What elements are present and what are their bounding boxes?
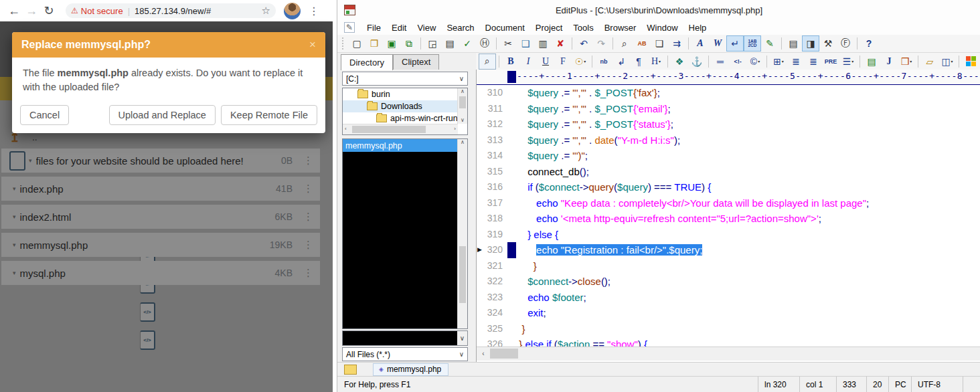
- line-break-icon[interactable]: ↲: [612, 54, 630, 70]
- heading-icon[interactable]: H▾: [647, 54, 665, 70]
- document-tab[interactable]: ◈ memmysql.php: [373, 363, 448, 376]
- copy-icon[interactable]: ❑: [517, 35, 534, 52]
- copy-block-icon[interactable]: ❏: [651, 35, 668, 52]
- pre-icon[interactable]: PRE: [822, 54, 839, 70]
- font-a-icon[interactable]: A: [691, 35, 709, 52]
- browser-preview-icon[interactable]: ⌕: [479, 54, 496, 70]
- code-line-315[interactable]: 315connect_db();: [477, 164, 980, 180]
- find-icon[interactable]: ⌕: [616, 35, 633, 52]
- close-icon[interactable]: ×: [309, 38, 316, 52]
- address-bar[interactable]: ⚠ Not secure | 185.27.134.9/new/# ☆: [66, 3, 276, 18]
- special-char-icon[interactable]: ©▾: [746, 54, 764, 70]
- save-all-icon[interactable]: ⧉: [400, 35, 418, 52]
- code-line-321[interactable]: 321}: [477, 258, 980, 274]
- chevron-down-icon[interactable]: ∨: [456, 75, 467, 82]
- anchor-icon[interactable]: ⚓: [688, 54, 706, 70]
- bold-icon[interactable]: B: [502, 54, 519, 70]
- cut-icon[interactable]: ✂: [499, 35, 517, 52]
- undo-icon[interactable]: ↶: [575, 35, 592, 52]
- editor-horizontal-scrollbar[interactable]: ‹: [477, 347, 980, 361]
- context-help-icon[interactable]: ?: [860, 35, 878, 52]
- save-icon[interactable]: ▣: [383, 35, 400, 52]
- selected-file-item[interactable]: memmysql.php: [343, 139, 458, 152]
- reload-icon[interactable]: ↻: [40, 3, 58, 18]
- chevron-down-icon[interactable]: ∨: [457, 331, 467, 345]
- print-preview-icon[interactable]: ◲: [424, 35, 441, 52]
- list-icon[interactable]: ☰▾: [839, 54, 857, 70]
- tab-cliptext[interactable]: Cliptext: [393, 54, 439, 70]
- tree-item-downloads[interactable]: Downloads: [343, 100, 467, 112]
- word-wrap-icon[interactable]: ↵: [726, 35, 744, 52]
- code-line-316[interactable]: 316if ($connect->query($query) === TRUE)…: [477, 179, 980, 195]
- print-icon[interactable]: ▤: [441, 35, 459, 52]
- document-list-icon[interactable]: ▤: [785, 35, 802, 52]
- tree-item-burin[interactable]: burin: [343, 88, 467, 100]
- table-icon[interactable]: ⊞▾: [770, 54, 787, 70]
- code-line-311[interactable]: 311$query .= "','" . $_POST{'email'};: [477, 101, 980, 117]
- nbsp-icon[interactable]: nb: [595, 54, 612, 70]
- folder-open-icon[interactable]: ▱: [921, 54, 938, 70]
- drive-select[interactable]: [C:] ∨: [342, 72, 468, 86]
- code-line-326[interactable]: 326} else if ($action == "show") {: [477, 336, 980, 347]
- profile-avatar[interactable]: [284, 3, 301, 19]
- not-secure-warning-icon[interactable]: ⚠: [71, 6, 78, 15]
- java-icon[interactable]: J: [880, 54, 898, 70]
- code-line-313[interactable]: 313$query .= "','" . date("Y-m-d H:i:s")…: [477, 132, 980, 149]
- upload-and-replace-button[interactable]: Upload and Replace: [109, 105, 216, 125]
- menu-file[interactable]: File: [361, 23, 386, 33]
- font-w-icon[interactable]: W: [709, 35, 726, 52]
- align-right-icon[interactable]: ≣: [805, 54, 822, 70]
- code-editor[interactable]: ----+----1----+----2----+----3----+----4…: [476, 70, 980, 362]
- objects-icon[interactable]: ❒▾: [898, 54, 915, 70]
- align-center-icon[interactable]: ≣: [787, 54, 805, 70]
- code-line-323[interactable]: 323echo $footer;: [477, 290, 980, 306]
- directory-panel-icon[interactable]: ◨: [802, 35, 819, 52]
- html-document-icon[interactable]: Ⓗ: [476, 35, 493, 52]
- menu-help[interactable]: Help: [683, 23, 712, 33]
- url-text[interactable]: 185.27.134.9/new/#: [135, 6, 259, 16]
- keep-remote-file-button[interactable]: Keep Remote File: [221, 105, 317, 125]
- cancel-button[interactable]: Cancel: [20, 105, 69, 125]
- document-menu-icon[interactable]: ✎: [344, 22, 355, 33]
- tree-item-api-ms[interactable]: api-ms-win-crt-runtim: [343, 112, 467, 124]
- code-line-319[interactable]: 319} else {: [477, 227, 980, 243]
- filelist-vertical-scrollbar[interactable]: ∧: [457, 139, 467, 328]
- menu-window[interactable]: Window: [641, 23, 683, 33]
- code-line-322[interactable]: 322$connect->close();: [477, 274, 980, 290]
- menu-browser[interactable]: Browser: [599, 23, 642, 33]
- chevron-down-icon[interactable]: ∨: [456, 351, 467, 358]
- convert-case-icon[interactable]: 1AB 2CD: [744, 35, 761, 52]
- replace-icon[interactable]: AB: [633, 35, 651, 52]
- colors-icon[interactable]: [962, 54, 979, 70]
- font-tag-icon[interactable]: F: [554, 54, 572, 70]
- underline-icon[interactable]: U: [537, 54, 554, 70]
- tools-icon[interactable]: ⚒: [819, 35, 837, 52]
- globe-icon[interactable]: ☉▾: [572, 54, 589, 70]
- scrollbar-thumb[interactable]: [490, 349, 518, 359]
- image-icon[interactable]: ❖: [671, 54, 688, 70]
- bookmark-star-icon[interactable]: ☆: [262, 5, 270, 17]
- menu-tools[interactable]: Tools: [568, 23, 598, 33]
- redo-icon[interactable]: ↷: [592, 35, 610, 52]
- code-line-310[interactable]: 310$query .= "','" . $_POST{'fax'};: [477, 85, 980, 101]
- menu-view[interactable]: View: [412, 23, 441, 33]
- frame-icon[interactable]: ◫▾: [938, 54, 956, 70]
- tree-horizontal-scrollbar[interactable]: ‹›: [343, 124, 458, 134]
- code-line-324[interactable]: 324exit;: [477, 305, 980, 321]
- not-secure-label[interactable]: Not secure: [81, 6, 123, 16]
- redacted-combobox[interactable]: ∨: [342, 330, 468, 346]
- tree-vertical-scrollbar[interactable]: ∧∨: [457, 88, 467, 124]
- spell-check-icon[interactable]: ✓: [459, 35, 476, 52]
- hr-icon[interactable]: ═: [712, 54, 729, 70]
- folder-icon[interactable]: [344, 365, 357, 375]
- back-icon[interactable]: ←: [5, 4, 23, 18]
- script-icon[interactable]: ▤: [863, 54, 880, 70]
- code-line-325[interactable]: 325}: [477, 321, 980, 337]
- paste-icon[interactable]: ▥: [534, 35, 552, 52]
- code-line-317[interactable]: 317echo "Keep data : completely<br/>Your…: [477, 195, 980, 211]
- code-line-320[interactable]: 320▶echo "Registration : fail<br/>".$que…: [477, 242, 980, 258]
- code-line-318[interactable]: 318echo '<meta http-equiv=refresh conten…: [477, 211, 980, 227]
- delete-icon[interactable]: ✘: [552, 35, 569, 52]
- forward-icon[interactable]: →: [23, 4, 40, 18]
- tab-directory[interactable]: Directory: [341, 54, 393, 70]
